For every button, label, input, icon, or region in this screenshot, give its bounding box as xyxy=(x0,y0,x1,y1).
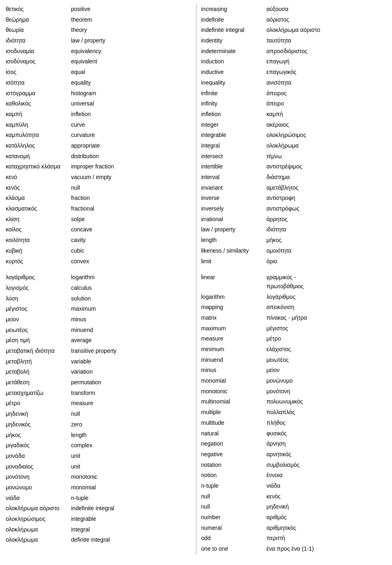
greek-term: κυρτός xyxy=(6,257,71,266)
english-term: convex xyxy=(71,257,191,266)
greek-term: κοιλότητα xyxy=(6,236,71,245)
table-row: ιδιότηταlaw / property xyxy=(4,36,193,46)
greek-term: ισότητα xyxy=(6,78,71,87)
greek-term: ιδιότητα xyxy=(6,36,71,45)
english-term: logarithm xyxy=(201,293,267,302)
table-row: μεταβολήvariation xyxy=(4,367,193,377)
table-row: negativeαρνητικός xyxy=(200,449,388,460)
english-term: minus xyxy=(201,366,267,375)
column-divider xyxy=(196,4,196,554)
greek-term: καμπύλη xyxy=(6,121,71,130)
greek-term: αριθμός xyxy=(267,513,387,522)
greek-term: πολλαπλός xyxy=(267,408,387,417)
spacer xyxy=(4,267,193,272)
greek-term: κενό xyxy=(6,173,71,182)
english-term: curve xyxy=(71,121,191,130)
greek-term: μέση τιμή xyxy=(6,336,71,345)
english-term: interval xyxy=(201,173,267,182)
english-term: minimum xyxy=(201,345,267,354)
english-term: negative xyxy=(201,450,267,459)
english-term: cubic xyxy=(71,247,191,256)
greek-term: αόριστος xyxy=(267,16,387,25)
table-row: indeterminateαπροσδιόριστος xyxy=(200,46,388,57)
english-term: fractional xyxy=(71,204,191,213)
greek-term: νιάδα xyxy=(6,494,71,503)
greek-term: άρνηση xyxy=(267,439,387,448)
table-row: μονάδαunit xyxy=(4,451,193,462)
english-term: irrational xyxy=(201,215,267,224)
english-term: distribution xyxy=(71,152,191,161)
english-term: null xyxy=(201,502,267,511)
greek-term: θεωρία xyxy=(6,26,71,35)
table-row: inductiveεπαγωγικός xyxy=(200,67,388,78)
table-row: integrableολοκληρώσιμος xyxy=(200,130,388,141)
english-term: minuend xyxy=(71,326,191,335)
english-term: integral xyxy=(201,141,267,150)
english-term: infinity xyxy=(201,99,267,108)
english-term: monotonic xyxy=(201,387,267,396)
english-term: indefinite integral xyxy=(71,504,191,513)
greek-term: τέμνω xyxy=(267,152,387,161)
english-term: vacuum / empty xyxy=(71,173,191,182)
english-term: curvature xyxy=(71,131,191,140)
english-term: solution xyxy=(71,294,191,303)
greek-term: λογάριθμος xyxy=(6,273,71,282)
greek-term: μηδενική xyxy=(6,410,71,419)
english-term: limit xyxy=(201,257,267,266)
table-row: minimumελάχιστος xyxy=(200,344,388,355)
greek-term: ομοιότητα xyxy=(267,247,387,256)
table-row: multitudeπλήθος xyxy=(200,418,388,428)
table-row: καμπυλότηταcurvature xyxy=(4,130,193,141)
english-term: calculus xyxy=(71,284,191,293)
greek-term: κυβική xyxy=(6,247,71,256)
table-row: μετασχηματίζωtransform xyxy=(4,388,193,399)
table-row: μιγαδικόςcomplex xyxy=(4,440,193,451)
greek-term: καταχρηστικό κλάσμα xyxy=(6,162,71,171)
table-row: μεταβατική ιδιότηταtransitive property xyxy=(4,346,193,356)
english-term: intertible xyxy=(201,162,267,171)
english-term: average xyxy=(71,336,191,345)
greek-term: μονώνυμο xyxy=(6,483,71,492)
english-term: cavity xyxy=(71,236,191,245)
greek-term: πίνακας - μήτρα xyxy=(267,314,387,323)
english-term: maximum xyxy=(71,305,191,314)
greek-term: ολοκλήρωμα αόριστο xyxy=(6,504,71,513)
greek-term: κλάσμα xyxy=(6,194,71,203)
greek-term: αντιστρόφως xyxy=(267,204,387,213)
table-row: ισοδυναμίαequivalency xyxy=(4,46,193,57)
greek-term: καμπή xyxy=(267,110,387,119)
table-row: μείονminus xyxy=(4,314,193,325)
english-term: equal xyxy=(71,68,191,77)
greek-term: νιάδα xyxy=(267,482,387,491)
english-term: variation xyxy=(71,368,191,377)
english-term: monomial xyxy=(201,377,267,386)
greek-term: ταυτότητα xyxy=(267,36,387,45)
table-row: intervalδιάστημα xyxy=(200,172,388,183)
greek-term: μειωτέος xyxy=(6,326,71,335)
english-term: monomial xyxy=(71,483,191,492)
english-term: n-tuple xyxy=(71,494,191,503)
greek-term: καθολικός xyxy=(6,99,71,108)
greek-term: λογάριθμος xyxy=(267,293,387,302)
table-row: numeralαριθμητικός xyxy=(200,523,388,534)
table-row: κλασματικόςfractional xyxy=(4,204,193,214)
greek-term: κατάλληλος xyxy=(6,141,71,150)
english-term: infletion xyxy=(201,110,267,119)
table-row: negationάρνηση xyxy=(200,439,388,449)
table-row: λογισμόςcalculus xyxy=(4,283,193,294)
greek-term: μέτρο xyxy=(6,399,71,408)
table-row: θεώρημαtheorem xyxy=(4,15,193,25)
table-row: multipleπολλαπλός xyxy=(200,407,388,418)
english-term: inversely xyxy=(201,204,267,213)
english-term: indefinite integral xyxy=(201,26,267,35)
english-term: mapping xyxy=(201,303,267,312)
english-term: logarithm xyxy=(71,273,191,282)
english-term: appropriate xyxy=(71,141,191,150)
english-term: transform xyxy=(71,389,191,398)
english-term: odd xyxy=(201,534,267,543)
english-term: invariant xyxy=(201,184,267,193)
greek-term: ανισότητα xyxy=(267,78,387,87)
greek-term: ολοκλήρωμα αόριστο xyxy=(267,26,387,35)
greek-term: όριο xyxy=(267,257,387,266)
table-row: law / propertyιδιότητα xyxy=(200,224,388,235)
